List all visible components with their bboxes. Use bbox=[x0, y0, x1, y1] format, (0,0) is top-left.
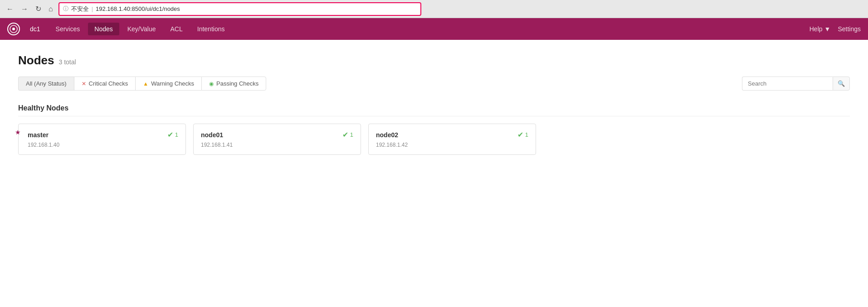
node-name: node01 bbox=[201, 131, 223, 139]
healthy-nodes-title: Healthy Nodes bbox=[18, 104, 850, 116]
nav-keyvalue[interactable]: Key/Value bbox=[121, 23, 162, 35]
datacenter-label[interactable]: dc1 bbox=[30, 25, 40, 33]
node-ip: 192.168.1.42 bbox=[376, 142, 528, 148]
node-ip: 192.168.1.41 bbox=[201, 142, 353, 148]
node-card-node01[interactable]: node01 ✔ 1 192.168.1.41 bbox=[193, 124, 361, 155]
nav-nodes[interactable]: Nodes bbox=[88, 23, 119, 35]
filter-critical-label: Critical Checks bbox=[89, 80, 128, 87]
main-content: Nodes 3 total All (Any Status) ✕ Critica… bbox=[0, 40, 868, 307]
filter-warning[interactable]: ▲ Warning Checks bbox=[135, 77, 201, 91]
star-icon: ★ bbox=[15, 129, 21, 136]
status-check-icon: ✔ bbox=[342, 130, 348, 139]
nav-acl[interactable]: ACL bbox=[164, 23, 189, 35]
nodes-grid: ★ master ✔ 1 192.168.1.40 node01 ✔ 1 bbox=[18, 124, 850, 155]
node-ip: 192.168.1.40 bbox=[28, 142, 178, 148]
secure-label: 不安全 bbox=[71, 5, 89, 13]
node-card-header: node02 ✔ 1 bbox=[376, 130, 528, 139]
node-status: ✔ 1 bbox=[342, 130, 353, 139]
node-card-header: node01 ✔ 1 bbox=[201, 130, 353, 139]
search-button[interactable]: 🔍 bbox=[833, 77, 850, 91]
node-status: ✔ 1 bbox=[517, 130, 528, 139]
page-total-count: 3 total bbox=[59, 58, 76, 66]
url-display: 192.168.1.40:8500/ui/dc1/nodes bbox=[96, 5, 417, 12]
status-check-icon: ✔ bbox=[167, 130, 173, 139]
nav-intentions[interactable]: Intentions bbox=[191, 23, 231, 35]
passing-icon: ◉ bbox=[209, 81, 214, 87]
node-status: ✔ 1 bbox=[167, 130, 178, 139]
node-name: master bbox=[28, 131, 49, 139]
filter-passing-label: Passing Checks bbox=[216, 80, 258, 87]
filter-bar: All (Any Status) ✕ Critical Checks ▲ War… bbox=[18, 77, 850, 91]
navbar-right: Help ▼ Settings bbox=[809, 25, 861, 33]
filter-all-label: All (Any Status) bbox=[26, 80, 67, 87]
node-check-count: 1 bbox=[350, 131, 353, 138]
node-card-master[interactable]: ★ master ✔ 1 192.168.1.40 bbox=[18, 124, 186, 155]
filter-warning-label: Warning Checks bbox=[151, 80, 194, 87]
page-title: Nodes bbox=[18, 53, 54, 67]
help-menu[interactable]: Help ▼ bbox=[809, 25, 831, 33]
node-name: node02 bbox=[376, 131, 398, 139]
status-check-icon: ✔ bbox=[517, 130, 523, 139]
page-title-area: Nodes 3 total bbox=[18, 53, 850, 67]
navbar: dc1 Services Nodes Key/Value ACL Intenti… bbox=[0, 18, 868, 40]
chevron-down-icon: ▼ bbox=[824, 25, 831, 33]
address-separator: | bbox=[92, 5, 93, 12]
search-icon: 🔍 bbox=[838, 80, 845, 87]
security-icon: ⓘ bbox=[63, 5, 68, 13]
node-check-count: 1 bbox=[175, 131, 178, 138]
back-button[interactable]: ← bbox=[5, 4, 15, 14]
node-card-node02[interactable]: node02 ✔ 1 192.168.1.42 bbox=[368, 124, 536, 155]
search-input[interactable] bbox=[742, 77, 833, 91]
browser-chrome: ← → ↻ ⌂ ⓘ 不安全 | 192.168.1.40:8500/ui/dc1… bbox=[0, 0, 868, 18]
node-card-header: master ✔ 1 bbox=[28, 130, 178, 139]
address-bar[interactable]: ⓘ 不安全 | 192.168.1.40:8500/ui/dc1/nodes bbox=[59, 2, 421, 16]
filter-passing[interactable]: ◉ Passing Checks bbox=[201, 77, 266, 91]
navbar-items: Services Nodes Key/Value ACL Intentions bbox=[49, 23, 809, 35]
healthy-nodes-section: Healthy Nodes ★ master ✔ 1 192.168.1.40 … bbox=[18, 104, 850, 155]
forward-button[interactable]: → bbox=[19, 4, 30, 14]
consul-logo-icon bbox=[7, 23, 20, 35]
settings-link[interactable]: Settings bbox=[838, 25, 861, 33]
reload-button[interactable]: ↻ bbox=[34, 4, 43, 14]
node-check-count: 1 bbox=[525, 131, 528, 138]
navbar-logo bbox=[7, 23, 23, 35]
search-area: 🔍 bbox=[742, 77, 850, 91]
nav-services[interactable]: Services bbox=[49, 23, 87, 35]
warning-icon: ▲ bbox=[143, 81, 148, 87]
critical-icon: ✕ bbox=[82, 81, 86, 87]
filter-critical[interactable]: ✕ Critical Checks bbox=[74, 77, 136, 91]
home-button[interactable]: ⌂ bbox=[47, 4, 55, 14]
filter-all[interactable]: All (Any Status) bbox=[18, 77, 74, 91]
svg-point-1 bbox=[12, 28, 15, 30]
